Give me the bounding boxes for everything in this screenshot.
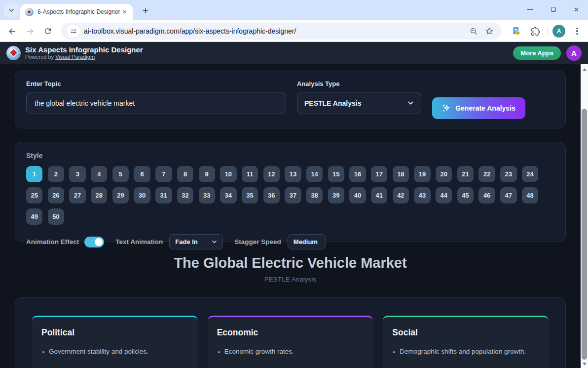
window-close-button[interactable]: × [565,0,588,19]
style-button-17[interactable]: 17 [371,166,387,182]
style-button-4[interactable]: 4 [91,166,107,182]
style-button-29[interactable]: 29 [112,187,129,204]
browser-menu-button[interactable] [570,24,584,38]
style-button-5[interactable]: 5 [112,166,129,182]
style-button-24[interactable]: 24 [522,166,538,182]
visual-paradigm-logo-icon [6,46,21,60]
forward-button[interactable] [23,24,37,38]
result-title: The Global Electric Vehicle Market [0,255,581,271]
analysis-type-select[interactable]: PESTLE Analysis [297,92,421,114]
style-button-23[interactable]: 23 [500,166,516,182]
page-scrollbar[interactable] [581,64,588,368]
style-button-28[interactable]: 28 [91,187,107,204]
bookmark-star-icon[interactable] [483,25,496,38]
style-button-27[interactable]: 27 [69,187,85,204]
style-button-10[interactable]: 10 [220,166,236,182]
site-settings-icon[interactable] [67,25,80,38]
style-button-25[interactable]: 25 [26,187,42,204]
style-button-48[interactable]: 48 [522,187,538,204]
more-apps-button[interactable]: More Apps [513,46,561,60]
text-animation-label: Text Animation [115,238,163,245]
style-button-30[interactable]: 30 [134,187,150,204]
window-minimize-button[interactable] [518,0,542,19]
browser-tab-active[interactable]: 6-Aspects Infographic Designer × [20,4,133,20]
style-button-35[interactable]: 35 [242,187,258,204]
style-button-6[interactable]: 6 [134,166,150,182]
style-button-46[interactable]: 46 [478,187,495,204]
style-button-12[interactable]: 12 [263,166,280,182]
topic-form-panel: Enter Topic Analysis Type PESTLE Analysi… [15,71,566,128]
app-user-avatar[interactable]: A [566,45,582,61]
style-button-2[interactable]: 2 [48,166,64,182]
style-button-26[interactable]: 26 [48,187,64,204]
card-item-list: Demographic shifts and population growth… [392,348,539,355]
animation-effect-toggle[interactable] [84,237,104,247]
style-button-45[interactable]: 45 [457,187,474,204]
analysis-type-label: Analysis Type [297,80,421,87]
card-item-text: Demographic shifts and population growth… [400,348,526,355]
style-button-21[interactable]: 21 [457,166,474,182]
style-button-49[interactable]: 49 [26,208,42,225]
tab-search-button[interactable] [4,3,19,17]
aspect-card-social: SocialDemographic shifts and population … [383,316,549,368]
style-button-50[interactable]: 50 [48,208,64,225]
scrollbar-thumb[interactable] [582,109,587,360]
docs-offline-icon[interactable] [510,24,523,38]
url-bar[interactable]: ai-toolbox.visual-paradigm.com/app/six-a… [61,23,502,40]
style-button-20[interactable]: 20 [436,166,452,182]
style-button-37[interactable]: 37 [285,187,301,204]
aspect-card-political: PoliticalGovernment stability and polici… [32,316,198,368]
style-button-31[interactable]: 31 [155,187,172,204]
back-button[interactable] [5,24,19,38]
style-button-22[interactable]: 22 [478,166,495,182]
style-button-7[interactable]: 7 [155,166,172,182]
style-button-18[interactable]: 18 [393,166,409,182]
style-button-9[interactable]: 9 [199,166,215,182]
analysis-type-value: PESTLE Analysis [304,99,361,107]
new-tab-button[interactable]: + [138,4,153,18]
style-button-16[interactable]: 16 [349,166,366,182]
style-button-1[interactable]: 1 [26,166,42,182]
style-button-33[interactable]: 33 [199,187,215,204]
style-button-34[interactable]: 34 [220,187,236,204]
stagger-speed-select[interactable]: Medium [288,234,326,249]
topic-input[interactable] [26,92,286,114]
generate-analysis-button[interactable]: Generate Analysis [432,97,525,119]
style-button-36[interactable]: 36 [263,187,280,204]
zoom-out-icon[interactable] [467,25,480,38]
tab-close-icon[interactable]: × [120,8,129,16]
scrollbar-up-arrow[interactable] [581,66,588,73]
style-button-3[interactable]: 3 [69,166,85,182]
style-button-40[interactable]: 40 [349,187,366,204]
style-button-43[interactable]: 43 [414,187,430,204]
style-button-32[interactable]: 32 [177,187,193,204]
text-animation-select[interactable]: Fade In [169,234,223,249]
chevron-down-icon [212,239,217,245]
style-button-39[interactable]: 39 [328,187,344,204]
style-button-41[interactable]: 41 [371,187,387,204]
style-button-14[interactable]: 14 [306,166,323,182]
reload-button[interactable] [41,24,55,38]
powered-by-prefix: Powered by [25,54,55,60]
style-button-8[interactable]: 8 [177,166,193,182]
style-button-11[interactable]: 11 [242,166,258,182]
card-item-list: Economic growth rates. [217,348,364,355]
visual-paradigm-link[interactable]: Visual Paradigm [55,54,95,60]
style-button-38[interactable]: 38 [306,187,323,204]
toggle-knob [95,238,103,246]
extensions-puzzle-icon[interactable] [528,24,542,38]
bullet-dot-icon [218,351,220,353]
style-button-15[interactable]: 15 [328,166,344,182]
style-button-42[interactable]: 42 [393,187,409,204]
style-panel: Style 1234567891011121314151617181920212… [15,142,566,242]
page-content: Enter Topic Analysis Type PESTLE Analysi… [0,64,581,368]
style-button-44[interactable]: 44 [436,187,452,204]
url-text[interactable]: ai-toolbox.visual-paradigm.com/app/six-a… [84,27,464,35]
browser-profile-avatar[interactable]: A [552,25,565,38]
style-button-47[interactable]: 47 [500,187,516,204]
style-button-19[interactable]: 19 [414,166,430,182]
style-button-13[interactable]: 13 [285,166,301,182]
scrollbar-down-arrow[interactable] [581,360,588,368]
card-item: Economic growth rates. [217,348,364,355]
window-maximize-button[interactable] [542,0,565,19]
